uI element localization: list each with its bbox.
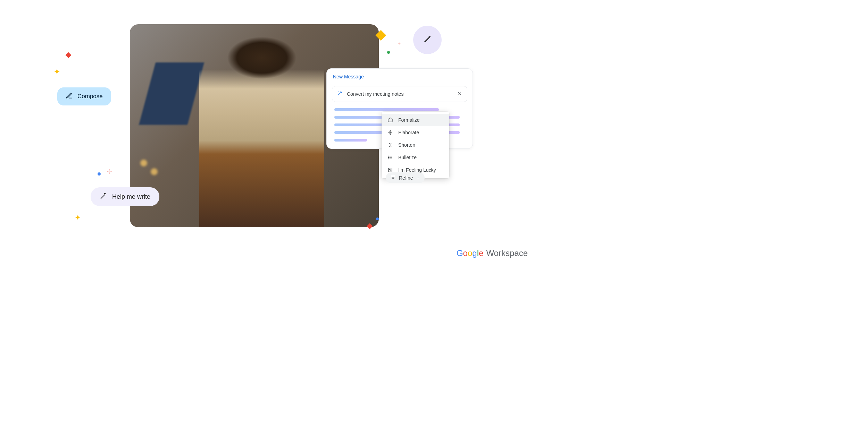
photo-bg-shape [139, 62, 204, 125]
refine-option-shorten[interactable]: Shorten [382, 139, 449, 151]
svg-point-6 [389, 159, 389, 159]
sparkle-icon [73, 214, 83, 224]
prompt-input[interactable]: Convert my meeting notes [332, 86, 467, 102]
svg-point-8 [389, 169, 390, 170]
list-bullet-icon [387, 154, 393, 161]
svg-rect-0 [388, 119, 392, 122]
collapse-vertical-icon [387, 142, 393, 148]
diamond-icon [66, 52, 72, 58]
svg-point-5 [389, 157, 389, 157]
svg-point-4 [389, 156, 389, 156]
filter-icon [391, 175, 395, 181]
svg-rect-7 [389, 168, 392, 172]
expand-vertical-icon [387, 129, 393, 136]
content-line [334, 139, 367, 142]
refine-option-label: I'm Feeling Lucky [398, 167, 436, 173]
google-workspace-logo: Google Workspace [457, 248, 528, 258]
sparkle-icon [51, 68, 62, 79]
briefcase-icon [387, 117, 393, 123]
refine-option-formalize[interactable]: Formalize [382, 114, 449, 126]
google-wordmark: Google [457, 248, 483, 258]
card-header: New Message [327, 69, 473, 83]
svg-point-10 [391, 169, 391, 170]
dot-icon [387, 51, 390, 54]
compose-label: Compose [77, 93, 103, 100]
close-icon[interactable] [457, 91, 462, 97]
photo-bokeh [137, 156, 165, 184]
refine-option-label: Elaborate [398, 130, 419, 135]
help-me-write-label: Help me write [112, 193, 150, 200]
magic-wand-icon [100, 192, 107, 201]
dot-icon [98, 172, 101, 176]
workspace-wordmark: Workspace [486, 248, 528, 258]
refine-option-label: Bulletize [398, 155, 417, 160]
magic-wand-badge [413, 26, 442, 54]
refine-option-label: Formalize [398, 117, 419, 123]
refine-option-elaborate[interactable]: Elaborate [382, 126, 449, 139]
refine-option-label: Shorten [398, 142, 415, 148]
help-me-write-button[interactable]: Help me write [91, 187, 159, 206]
sparkle-icon [397, 42, 402, 47]
refine-option-bulletize[interactable]: Bulletize [382, 151, 449, 164]
dot-icon [376, 217, 379, 220]
photo-person [199, 35, 324, 227]
prompt-text: Convert my meeting notes [347, 91, 453, 97]
magic-pencil-icon [337, 91, 343, 97]
chevron-up-icon [416, 175, 420, 181]
card-title: New Message [333, 74, 364, 79]
magic-wand-icon [422, 34, 433, 46]
compose-button[interactable]: Compose [57, 87, 111, 105]
refine-button-label: Refine [399, 175, 413, 181]
content-line [334, 108, 439, 111]
refine-menu: Formalize Elaborate Shorten Bulletize I'… [382, 112, 449, 178]
pencil-icon [66, 92, 73, 101]
svg-point-9 [391, 170, 391, 171]
sparkle-icon [105, 168, 114, 177]
refine-button[interactable]: Refine [386, 172, 425, 183]
